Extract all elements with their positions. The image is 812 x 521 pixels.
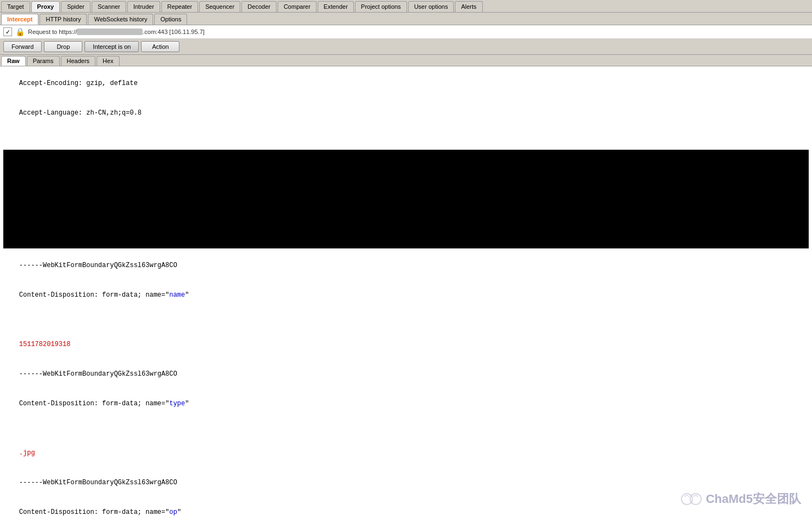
request-content[interactable]: Accept-Encoding: gzip, deflate Accept-La… (0, 66, 812, 521)
sub-tab-websockets-history[interactable]: WebSockets history (88, 14, 153, 25)
intercept-toggle-button[interactable]: Intercept is on (84, 41, 139, 52)
url-redacted (77, 29, 143, 35)
tab-comparer[interactable]: Comparer (278, 1, 317, 12)
request-url-text: Request to https:// .com:443 [106.11.95.… (28, 29, 205, 35)
tab-repeater[interactable]: Repeater (161, 1, 198, 12)
intercept-checkbox[interactable]: ✓ (3, 27, 12, 36)
tab-intruder[interactable]: Intruder (127, 1, 160, 12)
top-tab-bar: Target Proxy Spider Scanner Intruder Rep… (0, 0, 812, 13)
sub-tab-bar: Intercept HTTP history WebSockets histor… (0, 13, 812, 25)
tab-target[interactable]: Target (1, 1, 30, 12)
sub-tab-options[interactable]: Options (154, 14, 187, 25)
sub-tab-intercept[interactable]: Intercept (1, 14, 38, 25)
tab-extender[interactable]: Extender (318, 1, 354, 12)
drop-button[interactable]: Drop (44, 41, 82, 52)
inner-tab-raw[interactable]: Raw (1, 56, 26, 66)
checkmark-icon: ✓ (5, 29, 10, 35)
sub-tab-http-history[interactable]: HTTP history (40, 14, 87, 25)
forward-button[interactable]: Forward (3, 41, 42, 52)
inner-tab-params[interactable]: Params (27, 56, 60, 66)
form-data-content: ------WebKitFormBoundaryQGkZssl63wrgA8CO… (3, 251, 809, 521)
tab-alerts[interactable]: Alerts (455, 1, 482, 12)
tab-spider[interactable]: Spider (61, 1, 91, 12)
tab-project-options[interactable]: Project options (355, 1, 407, 12)
binary-data-block (3, 150, 809, 248)
tab-sequencer[interactable]: Sequencer (199, 1, 240, 12)
tab-proxy[interactable]: Proxy (31, 1, 60, 12)
lock-icon: 🔒 (15, 27, 25, 36)
tab-decoder[interactable]: Decoder (241, 1, 277, 12)
tab-user-options[interactable]: User options (408, 1, 454, 12)
request-toolbar: Forward Drop Intercept is on Action (0, 39, 812, 55)
content-tab-bar: Raw Params Headers Hex (0, 55, 812, 66)
action-button[interactable]: Action (141, 41, 179, 52)
request-info-bar: ✓ 🔒 Request to https:// .com:443 [106.11… (0, 25, 812, 39)
content-text-area: Accept-Encoding: gzip, deflate Accept-La… (3, 69, 809, 148)
inner-tab-hex[interactable]: Hex (97, 56, 120, 66)
inner-tab-headers[interactable]: Headers (61, 56, 96, 66)
tab-scanner[interactable]: Scanner (92, 1, 126, 12)
